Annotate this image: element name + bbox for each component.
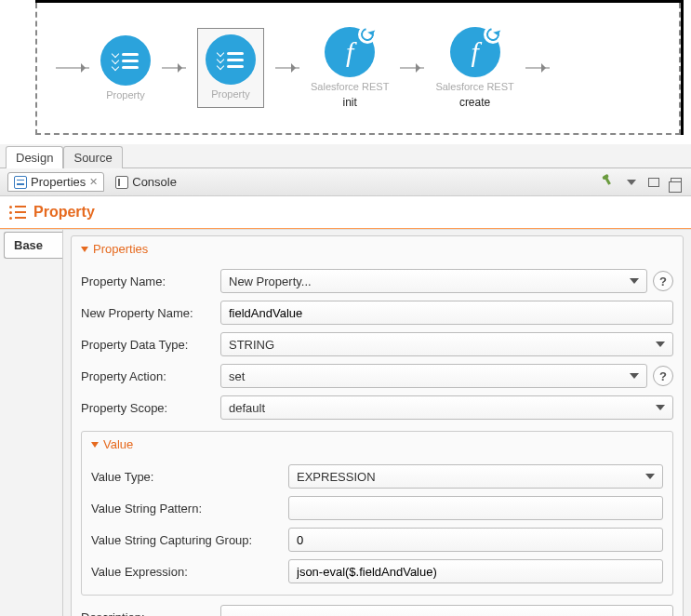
views-toolbar: Properties ✕ Console [0,168,691,196]
label-value-expression: Value Expression: [91,565,283,579]
properties-icon [14,176,27,189]
flow-node-label: create [459,96,490,109]
console-icon [115,176,128,189]
triangle-down-icon [627,180,636,185]
select-data-type[interactable]: STRING [220,332,673,356]
label-value-group: Value String Capturing Group: [91,533,283,547]
flow-node-label: Property [106,89,145,100]
view-tab-console[interactable]: Console [110,173,182,191]
label-value-pattern: Value String Pattern: [91,502,283,516]
view-tab-properties[interactable]: Properties ✕ [7,172,104,192]
label-description: Description: [81,610,215,617]
label-new-property-name: New Property Name: [81,306,215,320]
chevron-down-icon [630,278,639,284]
select-value: default [229,401,265,415]
panel-title: Property [33,204,95,221]
flow-node-type-label: Salesforce REST [311,81,389,92]
label-data-type: Property Data Type: [81,338,215,352]
section-header-properties[interactable]: Properties [72,236,683,261]
input-value-group[interactable] [288,528,663,552]
select-value: EXPRESSION [297,470,376,484]
select-property-name[interactable]: New Property... [220,269,647,293]
collapse-icon [81,247,88,252]
panel-header: Property [0,196,691,229]
panel-body: Base Properties Property Name: New Prope… [0,229,691,616]
maximize-icon [671,178,682,187]
refresh-badge-icon [484,25,502,44]
flow-node-property-1[interactable]: Property [100,35,151,100]
pin-icon [602,174,617,189]
flow-arrow-icon [275,67,299,69]
label-scope: Property Scope: [81,401,215,415]
flow-node-type-label: Salesforce REST [435,81,513,92]
help-button-action[interactable]: ? [653,366,673,386]
select-scope[interactable]: default [220,395,673,420]
input-value-pattern[interactable] [288,496,663,520]
select-value: set [229,369,245,383]
flow-arrow-icon [400,67,424,69]
side-tab-bar: Base [0,230,63,616]
input-value-expression[interactable] [288,559,663,583]
flow-canvas[interactable]: Property Property f Salesforce REST init [35,3,681,135]
select-value-type[interactable]: EXPRESSION [288,464,663,489]
label-property-name: Property Name: [81,275,215,288]
flow-arrow-icon [525,67,550,69]
flow-arrow-icon [56,67,89,69]
flow-node-label: Property [211,88,250,100]
flow-node-property-2[interactable]: Property [197,28,264,108]
flow-arrow-icon [162,67,186,69]
section-value: Value Value Type: EXPRESSION Value Strin… [81,431,673,596]
chevron-down-icon [630,373,639,379]
label-action: Property Action: [81,369,215,383]
section-properties: Properties Property Name: New Property..… [71,235,684,616]
section-title: Properties [93,242,148,256]
flow-node-label: init [343,96,357,109]
flow-node-salesforce-create[interactable]: f Salesforce REST create [435,27,513,109]
view-tab-label: Properties [31,175,86,189]
select-value: STRING [229,338,274,352]
pin-button[interactable] [602,175,617,190]
form-area: Properties Property Name: New Property..… [63,230,691,616]
section-header-value[interactable]: Value [82,432,672,457]
view-tab-label: Console [132,175,177,189]
view-menu-button[interactable] [624,175,639,190]
chevron-down-icon [656,341,665,347]
collapse-icon [91,442,99,448]
minimize-button[interactable] [646,175,661,190]
chevron-down-icon [645,474,655,479]
input-new-property-name[interactable] [220,301,673,325]
flow-canvas-container: Property Property f Salesforce REST init [0,0,691,144]
side-tab-base[interactable]: Base [4,232,62,259]
property-icon [9,206,26,220]
maximize-button[interactable] [669,175,684,190]
flow-node-salesforce-init[interactable]: f Salesforce REST init [311,27,389,109]
tab-source[interactable]: Source [63,146,122,168]
chevron-down-icon [656,405,665,410]
label-value-type: Value Type: [91,470,283,484]
close-tab-icon[interactable]: ✕ [89,176,98,188]
section-title: Value [103,437,133,451]
refresh-badge-icon [358,25,377,44]
tab-design[interactable]: Design [6,146,63,168]
minimize-icon [648,178,659,187]
editor-tab-bar: Design Source [0,144,691,168]
select-action[interactable]: set [220,364,647,388]
help-button-property-name[interactable]: ? [653,271,673,291]
select-value: New Property... [229,275,312,288]
input-description[interactable] [220,605,673,616]
